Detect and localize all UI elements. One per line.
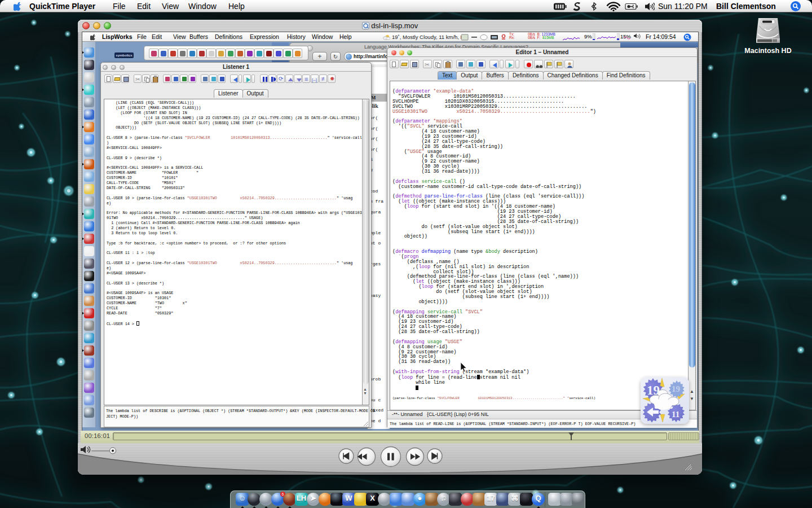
- svg-text:19: 19: [672, 384, 680, 393]
- svg-text:19: 19: [647, 383, 660, 397]
- svg-text:11: 11: [672, 410, 679, 419]
